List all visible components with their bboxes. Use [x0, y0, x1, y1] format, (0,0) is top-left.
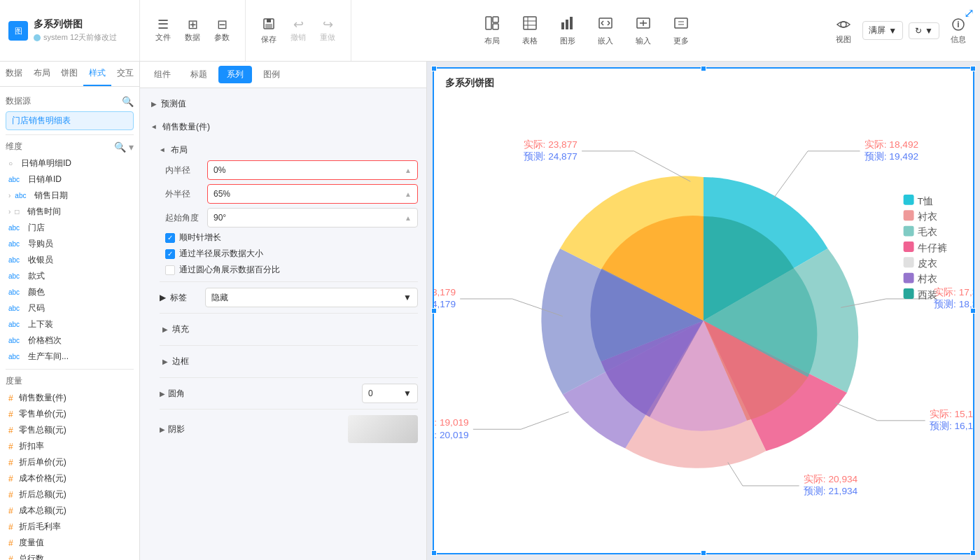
hash-icon-5: # — [8, 474, 13, 484]
redo-icon: ↪ — [323, 18, 333, 31]
dim-item-1[interactable]: abc 日销单ID — [6, 172, 134, 188]
dim-item-11[interactable]: abc 价格档次 — [6, 332, 134, 349]
start-angle-select[interactable]: 90° ▲ — [207, 208, 418, 227]
handle-tc[interactable] — [701, 66, 706, 71]
measure-item-7[interactable]: # 成本总额(元) — [6, 503, 134, 519]
center-angle-checkbox[interactable] — [165, 265, 175, 275]
measure-item-2[interactable]: # 零售总额(元) — [6, 422, 134, 438]
svg-text:预测: 20,019: 预测: 20,019 — [434, 430, 469, 440]
dim-item-4[interactable]: abc 门店 — [6, 220, 134, 236]
tab-data[interactable]: 数据 — [0, 62, 28, 86]
params-button[interactable]: ⊟ 参数 — [207, 15, 237, 46]
dim-item-2[interactable]: › abc 销售日期 — [6, 188, 134, 204]
checkbox-clockwise[interactable]: ✓ 顺时针增长 — [165, 232, 418, 244]
forecast-header[interactable]: ▶ 预测值 — [148, 94, 418, 114]
border-header[interactable]: ▶ 边框 — [160, 351, 418, 372]
radius-size-checkbox[interactable]: ✓ — [165, 249, 175, 259]
tab-layout[interactable]: 布局 — [28, 62, 56, 86]
dim-item-5[interactable]: abc 导购员 — [6, 236, 134, 252]
svg-text:T恤: T恤 — [918, 196, 933, 206]
outer-radius-row: 外半径 65% ▲ — [165, 184, 418, 204]
measure-item-3[interactable]: # 折扣率 — [6, 438, 134, 454]
svg-line-41 — [836, 403, 878, 421]
dim-expand-icon[interactable]: ▾ — [129, 141, 134, 153]
start-angle-value: 90° — [214, 213, 226, 223]
redo-button[interactable]: ↪ 重做 — [313, 15, 342, 46]
dim-item-3[interactable]: › □ 销售时间 — [6, 204, 134, 220]
measure-item-9[interactable]: # 度量值 — [6, 535, 134, 551]
fill-header[interactable]: ▶ 填充 — [160, 319, 418, 340]
dim-search-icon[interactable]: 🔍 — [114, 141, 126, 153]
measure-item-8[interactable]: # 折后毛利率 — [6, 519, 134, 535]
handle-tl[interactable] — [431, 66, 437, 71]
handle-bl[interactable] — [431, 550, 437, 556]
sub-tab-legend[interactable]: 图例 — [255, 66, 288, 83]
handle-bc[interactable] — [701, 550, 706, 556]
label-select[interactable]: 隐藏 ▼ — [205, 288, 418, 307]
view-button[interactable]: 视图 — [830, 14, 857, 48]
forecast-section: ▶ 预测值 — [148, 94, 418, 114]
table-button[interactable]: 表格 — [512, 13, 547, 49]
sub-tab-title[interactable]: 标题 — [182, 66, 216, 83]
chart-button[interactable]: 图形 — [550, 13, 585, 49]
data-button[interactable]: ⊞ 数据 — [178, 15, 207, 46]
dim-item-6[interactable]: abc 收银员 — [6, 252, 134, 268]
dim-item-8[interactable]: abc 颜色 — [6, 284, 134, 300]
inner-radius-select[interactable]: 0% ▲ — [207, 160, 418, 180]
data-icon: ⊞ — [188, 18, 198, 31]
input-button[interactable]: 输入 — [626, 13, 661, 49]
checkbox-center-angle[interactable]: 通过圆心角展示数据百分比 — [165, 264, 418, 276]
hash-icon-1: # — [8, 410, 13, 419]
dim-item-10[interactable]: abc 上下装 — [6, 316, 134, 332]
outer-radius-select[interactable]: 65% ▲ — [207, 184, 418, 204]
search-icon[interactable]: 🔍 — [122, 96, 134, 107]
tab-interact[interactable]: 交互 — [111, 62, 139, 86]
measure-item-0[interactable]: # 销售数量(件) — [6, 390, 134, 406]
checkbox-radius-size[interactable]: ✓ 通过半径展示数据大小 — [165, 248, 418, 260]
svg-line-29 — [634, 151, 691, 181]
datasource-header: 数据源 🔍 — [6, 95, 134, 107]
svg-line-49 — [521, 412, 568, 429]
chart-title: 多系列饼图 — [434, 69, 973, 92]
dim-item-12[interactable]: abc 生产车间... — [6, 349, 134, 365]
svg-line-19 — [608, 23, 610, 25]
file-button[interactable]: ☰ 文件 — [148, 15, 178, 46]
svg-text:预测: 19,492: 预测: 19,492 — [864, 151, 918, 162]
params-icon: ⊟ — [217, 18, 227, 31]
tab-pie[interactable]: 饼图 — [56, 62, 84, 86]
embed-button[interactable]: 嵌入 — [588, 13, 623, 49]
layout-button[interactable]: 布局 — [475, 13, 510, 49]
measure-item-4[interactable]: # 折后单价(元) — [6, 454, 134, 470]
measure-item-6[interactable]: # 折后总额(元) — [6, 486, 134, 503]
tab-style[interactable]: 样式 — [83, 62, 111, 86]
dim-item-7[interactable]: abc 款式 — [6, 268, 134, 284]
style-sub-tabs: 组件 标题 系列 图例 — [140, 62, 426, 88]
measure-item-10[interactable]: # 总行数 — [6, 551, 134, 560]
handle-tr[interactable] — [970, 66, 976, 71]
datasource-icons: 🔍 — [122, 96, 134, 107]
sub-tab-component[interactable]: 组件 — [146, 66, 179, 83]
measure-item-5[interactable]: # 成本价格(元) — [6, 470, 134, 486]
dim-item-0[interactable]: ○ 日销单明细ID — [6, 155, 134, 172]
save-button[interactable]: 保存 — [254, 14, 284, 48]
fullscreen-select[interactable]: 满屏 ▼ — [862, 21, 903, 40]
sales-header[interactable]: ▼ 销售数量(件) — [148, 117, 418, 137]
dim-item-9[interactable]: abc 尺码 — [6, 300, 134, 316]
update-select[interactable]: ↻ ▼ — [909, 22, 939, 39]
undo-button[interactable]: ↩ 撤销 — [284, 15, 313, 46]
more-button[interactable]: 更多 — [664, 13, 699, 49]
undo-icon: ↩ — [293, 18, 304, 31]
left-panel: 数据 布局 饼图 样式 交互 数据源 🔍 门店销售明细表 维度 🔍 ▾ — [0, 62, 140, 560]
shadow-preview — [348, 415, 418, 443]
measure-item-1[interactable]: # 零售单价(元) — [6, 406, 134, 422]
datasource-item[interactable]: 门店销售明细表 — [6, 111, 134, 130]
clockwise-checkbox[interactable]: ✓ — [165, 233, 175, 243]
handle-br[interactable] — [970, 550, 976, 556]
layout-subheader[interactable]: ▼ 布局 — [160, 140, 418, 160]
expand-icon[interactable]: ⤢ — [964, 6, 974, 21]
file-icon: ☰ — [158, 18, 169, 31]
hash-icon-0: # — [8, 393, 13, 403]
hash-icon-2: # — [8, 426, 13, 435]
corner-radius-select[interactable]: 0 ▼ — [362, 384, 418, 403]
sub-tab-series[interactable]: 系列 — [218, 66, 252, 83]
